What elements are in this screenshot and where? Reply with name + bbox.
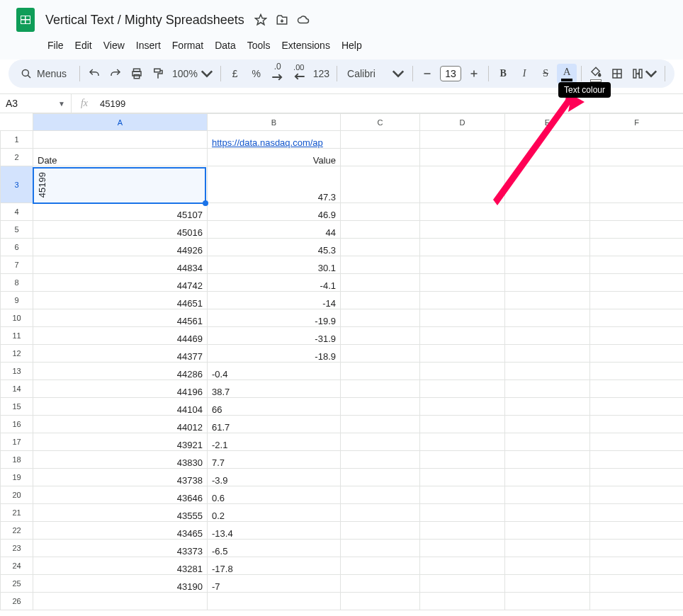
cell-B9[interactable]: -14 — [208, 292, 341, 309]
cell-B13[interactable]: -0.4 — [208, 363, 341, 380]
cell-A18[interactable]: 43830 — [33, 451, 208, 469]
currency-button[interactable]: £ — [225, 64, 245, 84]
cell-E14[interactable] — [505, 380, 590, 398]
cell-A14[interactable]: 44196 — [33, 380, 208, 398]
cell-B17[interactable]: -2.1 — [208, 433, 341, 451]
cell-B21[interactable]: 0.2 — [208, 504, 341, 522]
menu-view[interactable]: View — [98, 37, 130, 54]
cell-E1[interactable] — [505, 131, 590, 149]
cell-C9[interactable] — [341, 292, 420, 309]
cell-E2[interactable] — [505, 149, 590, 166]
row-header-6[interactable]: 6 — [1, 239, 33, 256]
cell-E9[interactable] — [505, 292, 590, 309]
cell-E3[interactable] — [505, 166, 590, 203]
cell-F12[interactable] — [590, 345, 684, 363]
cell-C11[interactable] — [341, 327, 420, 345]
cell-F6[interactable] — [590, 239, 684, 256]
cell-A16[interactable]: 44012 — [33, 416, 208, 433]
zoom-dropdown[interactable]: 100% — [169, 64, 216, 84]
cell-B20[interactable]: 0.6 — [208, 486, 341, 504]
cell-D6[interactable] — [420, 239, 505, 256]
cell-A2[interactable]: Date — [33, 149, 208, 166]
decrease-decimal-button[interactable]: .0 — [268, 64, 288, 84]
cell-B23[interactable]: -6.5 — [208, 540, 341, 557]
cell-C3[interactable] — [341, 166, 420, 203]
cell-F1[interactable] — [590, 131, 684, 149]
increase-decimal-button[interactable]: .00 — [289, 64, 309, 84]
cell-C18[interactable] — [341, 451, 420, 469]
cell-D10[interactable] — [420, 309, 505, 327]
cell-E19[interactable] — [505, 469, 590, 486]
cell-D24[interactable] — [420, 557, 505, 575]
row-header-22[interactable]: 22 — [1, 522, 33, 540]
cell-D4[interactable] — [420, 203, 505, 221]
cell-E17[interactable] — [505, 433, 590, 451]
paint-format-button[interactable] — [148, 64, 168, 84]
cell-E13[interactable] — [505, 363, 590, 380]
cell-F23[interactable] — [590, 540, 684, 557]
row-header-16[interactable]: 16 — [1, 416, 33, 433]
row-header-11[interactable]: 11 — [1, 327, 33, 345]
cell-B1[interactable]: https://data.nasdaq.com/ap — [208, 131, 341, 149]
cell-D9[interactable] — [420, 292, 505, 309]
cell-C20[interactable] — [341, 486, 420, 504]
cell-E8[interactable] — [505, 274, 590, 292]
redo-button[interactable] — [106, 64, 125, 84]
row-header-3[interactable]: 3 — [1, 166, 33, 203]
cell-F11[interactable] — [590, 327, 684, 345]
cell-C14[interactable] — [341, 380, 420, 398]
cell-D7[interactable] — [420, 256, 505, 274]
cell-D3[interactable] — [420, 166, 505, 203]
select-all-corner[interactable] — [1, 114, 33, 131]
decrease-font-size-button[interactable] — [417, 64, 437, 84]
row-header-14[interactable]: 14 — [1, 380, 33, 398]
cell-F26[interactable] — [590, 593, 684, 610]
cell-A13[interactable]: 44286 — [33, 363, 208, 380]
cell-C4[interactable] — [341, 203, 420, 221]
cell-F16[interactable] — [590, 416, 684, 433]
fill-color-button[interactable] — [586, 64, 606, 84]
cell-A11[interactable]: 44469 — [33, 327, 208, 345]
print-button[interactable] — [127, 64, 147, 84]
cell-C16[interactable] — [341, 416, 420, 433]
cell-C26[interactable] — [341, 593, 420, 610]
cell-B24[interactable]: -17.8 — [208, 557, 341, 575]
cell-D11[interactable] — [420, 327, 505, 345]
menu-edit[interactable]: Edit — [70, 37, 97, 54]
row-header-26[interactable]: 26 — [1, 593, 33, 610]
cell-E23[interactable] — [505, 540, 590, 557]
cell-D14[interactable] — [420, 380, 505, 398]
row-header-24[interactable]: 24 — [1, 557, 33, 575]
row-header-25[interactable]: 25 — [1, 575, 33, 593]
cell-C21[interactable] — [341, 504, 420, 522]
cell-F24[interactable] — [590, 557, 684, 575]
cell-F25[interactable] — [590, 575, 684, 593]
cell-A5[interactable]: 45016 — [33, 221, 208, 239]
cell-A19[interactable]: 43738 — [33, 469, 208, 486]
cell-A25[interactable]: 43190 — [33, 575, 208, 593]
cell-B3[interactable]: 47.3 — [208, 166, 341, 203]
number-format-dropdown[interactable]: 123 — [310, 64, 332, 84]
increase-font-size-button[interactable] — [464, 64, 484, 84]
cell-C25[interactable] — [341, 575, 420, 593]
column-header-D[interactable]: D — [420, 114, 505, 131]
cell-E5[interactable] — [505, 221, 590, 239]
cell-F13[interactable] — [590, 363, 684, 380]
font-family-dropdown[interactable]: Calibri — [342, 64, 387, 84]
row-header-1[interactable]: 1 — [1, 131, 33, 149]
cell-A1[interactable] — [33, 131, 208, 149]
search-menus-button[interactable]: Menus — [14, 63, 75, 84]
cell-C23[interactable] — [341, 540, 420, 557]
cell-C6[interactable] — [341, 239, 420, 256]
menu-extensions[interactable]: Extensions — [276, 37, 334, 54]
cell-F8[interactable] — [590, 274, 684, 292]
cell-E7[interactable] — [505, 256, 590, 274]
cell-B8[interactable]: -4.1 — [208, 274, 341, 292]
cell-E10[interactable] — [505, 309, 590, 327]
cell-E16[interactable] — [505, 416, 590, 433]
cell-B14[interactable]: 38.7 — [208, 380, 341, 398]
cell-D18[interactable] — [420, 451, 505, 469]
name-box[interactable]: A3▼ — [0, 98, 71, 109]
cell-E15[interactable] — [505, 398, 590, 416]
row-header-18[interactable]: 18 — [1, 451, 33, 469]
